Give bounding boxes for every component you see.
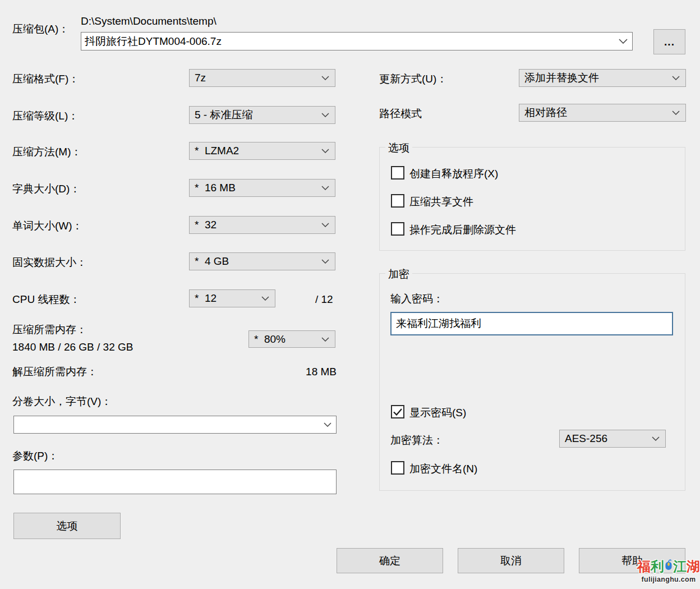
chevron-down-icon (672, 76, 680, 80)
parameters-label: 参数(P)： (12, 450, 58, 463)
parameters-input[interactable] (13, 470, 337, 494)
delete-after-checkbox[interactable]: 操作完成后删除源文件 (391, 222, 516, 237)
checkbox-box (391, 461, 404, 475)
chevron-down-icon (324, 422, 331, 427)
cpu-threads-select[interactable]: * 12 (189, 289, 275, 307)
encryption-group: 加密 (379, 273, 685, 491)
chevron-down-icon (321, 337, 329, 342)
delete-after-label: 操作完成后删除源文件 (409, 223, 516, 237)
memory-decompress-value: 18 MB (247, 366, 337, 379)
path-mode-select[interactable]: 相对路径 (519, 104, 686, 122)
chevron-down-icon (321, 259, 329, 264)
chevron-down-icon (652, 436, 660, 441)
watermark-char: 福 (637, 560, 651, 573)
update-mode-value: 添加并替换文件 (524, 71, 599, 85)
watermark-text: 福 利 江 湖 (637, 558, 700, 575)
memory-compress-value: 1840 MB / 26 GB / 32 GB (12, 341, 133, 354)
checkbox-box (391, 222, 404, 236)
method-value: * LZMA2 (195, 145, 239, 157)
dictionary-label: 字典大小(D)： (12, 183, 80, 196)
word-size-select[interactable]: * 32 (189, 216, 335, 234)
checkbox-box-checked (391, 405, 404, 418)
method-select[interactable]: * LZMA2 (189, 142, 335, 160)
watermark-logo: 福 利 江 湖 fulijianghu.com (637, 558, 700, 583)
dictionary-select[interactable]: * 16 MB (189, 179, 335, 197)
cpu-threads-value: * 12 (195, 292, 217, 305)
chevron-down-icon (321, 223, 329, 227)
archive-name-combobox[interactable] (81, 32, 633, 50)
update-mode-select[interactable]: 添加并替换文件 (519, 69, 686, 87)
cpu-threads-total: / 12 (315, 293, 333, 306)
word-size-label: 单词大小(W)： (12, 220, 83, 233)
compress-shared-checkbox[interactable]: 压缩共享文件 (391, 194, 473, 209)
memory-percent-select[interactable]: * 80% (248, 330, 335, 348)
chevron-down-icon (321, 113, 329, 117)
password-label: 输入密码： (390, 293, 444, 306)
encrypt-filenames-checkbox[interactable]: 加密文件名(N) (391, 461, 477, 476)
checkbox-box (391, 166, 404, 180)
level-label: 压缩等级(L)： (12, 110, 79, 123)
archive-dir-path: D:\System\Documents\temp\ (81, 15, 217, 27)
watermark-domain: fulijianghu.com (637, 576, 700, 583)
watermark-char: 江 (673, 560, 687, 573)
chevron-down-icon (261, 296, 269, 301)
encryption-method-label: 加密算法： (390, 434, 444, 447)
create-sfx-checkbox[interactable]: 创建自释放程序(X) (391, 166, 498, 181)
watermark-char: 利 (651, 560, 664, 573)
check-icon (393, 408, 402, 416)
word-size-value: * 32 (195, 219, 217, 231)
level-select[interactable]: 5 - 标准压缩 (189, 106, 335, 124)
solid-block-select[interactable]: * 4 GB (189, 252, 335, 270)
method-label: 压缩方法(M)： (12, 146, 81, 159)
chevron-down-icon (321, 149, 329, 153)
solid-block-label: 固实数据大小： (12, 256, 87, 269)
compress-shared-label: 压缩共享文件 (409, 195, 473, 209)
mouse-icon (665, 554, 673, 574)
format-value: 7z (195, 72, 206, 84)
password-input[interactable] (390, 312, 673, 335)
options-button[interactable]: 选项 (13, 513, 121, 539)
volume-size-combobox[interactable] (13, 416, 337, 434)
level-value: 5 - 标准压缩 (195, 108, 252, 122)
checkbox-box (391, 194, 404, 208)
volume-size-label: 分卷大小，字节(V)： (12, 395, 112, 408)
encryption-method-value: AES-256 (565, 432, 607, 445)
path-mode-label: 路径模式 (379, 108, 422, 121)
memory-decompress-label: 解压缩所需内存： (12, 366, 98, 379)
archive-label: 压缩包(A)： (12, 23, 69, 36)
watermark-char: 湖 (687, 560, 700, 573)
chevron-down-icon (619, 39, 628, 44)
show-password-checkbox[interactable]: 显示密码(S) (391, 405, 466, 420)
format-label: 压缩格式(F)： (12, 73, 79, 86)
cancel-button[interactable]: 取消 (458, 548, 564, 573)
memory-compress-label: 压缩所需内存： (12, 324, 87, 337)
encryption-group-title: 加密 (385, 267, 412, 282)
chevron-down-icon (321, 76, 329, 80)
ok-button[interactable]: 确定 (337, 548, 443, 573)
archive-name-input[interactable] (85, 33, 615, 50)
options-group-title: 选项 (385, 141, 412, 155)
encryption-method-select[interactable]: AES-256 (559, 430, 666, 448)
solid-block-value: * 4 GB (195, 255, 229, 268)
create-sfx-label: 创建自释放程序(X) (409, 167, 498, 181)
cpu-threads-label: CPU 线程数： (12, 293, 80, 306)
dictionary-value: * 16 MB (195, 182, 236, 194)
volume-size-input[interactable] (17, 416, 320, 433)
chevron-down-icon (321, 186, 329, 190)
format-select[interactable]: 7z (189, 69, 335, 87)
memory-percent-value: * 80% (254, 333, 285, 346)
show-password-label: 显示密码(S) (409, 406, 466, 420)
chevron-down-icon (672, 111, 680, 115)
update-mode-label: 更新方式(U)： (379, 73, 447, 86)
path-mode-value: 相对路径 (524, 105, 567, 120)
browse-button[interactable]: ... (653, 29, 685, 54)
encrypt-filenames-label: 加密文件名(N) (409, 462, 477, 476)
